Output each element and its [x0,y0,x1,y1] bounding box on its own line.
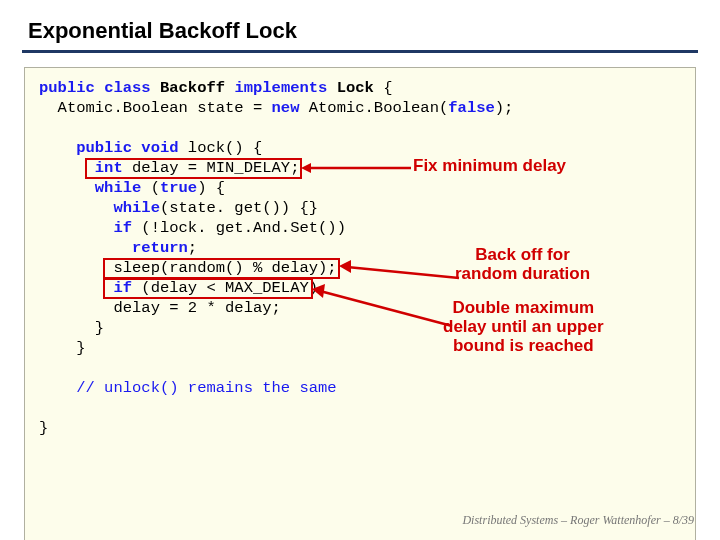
kw-class: class [104,79,151,97]
annotation-fix-min: Fix minimum delay [413,156,566,175]
title-rule [22,50,698,53]
text: } [39,419,48,437]
code-block: public class Backoff implements Lock { A… [24,67,696,540]
lit-true: true [160,179,197,197]
highlight-sleep [103,258,340,279]
text: ); [495,99,514,117]
kw-while: while [95,179,142,197]
text: } [39,319,104,337]
kw-while2: while [113,199,160,217]
text: lock() { [179,139,263,157]
text: Atomic.Boolean( [299,99,448,117]
arrow-3 [312,286,462,346]
text: Atomic.Boolean state = [39,99,272,117]
svg-line-2 [347,267,459,278]
kw-public: public [76,139,132,157]
text: ( [141,179,160,197]
kw-new: new [272,99,300,117]
text: (state. get()) {} [160,199,318,217]
text: ) { [197,179,225,197]
comment: // unlock() remains the same [76,379,336,397]
slide-footer: Distributed Systems – Roger Wattenhofer … [462,513,694,528]
svg-marker-5 [312,284,325,298]
annotation-double: Double maximum delay until an upper boun… [443,298,604,355]
highlight-min-delay [85,158,302,179]
classname: Backoff [160,79,225,97]
kw-implements: implements [234,79,327,97]
annotation-backoff: Back off for random duration [455,245,590,283]
lit-false: false [448,99,495,117]
svg-marker-3 [339,260,351,273]
code-line-delay: delay = 2 * delay; [113,299,280,317]
iface: Lock [337,79,374,97]
kw-if: if [113,219,132,237]
text: ; [188,239,197,257]
kw-return: return [132,239,188,257]
kw-public: public [39,79,95,97]
highlight-max-delay [103,278,313,299]
text: (!lock. get.And.Set()) [132,219,346,237]
text: } [39,339,86,357]
kw-void: void [141,139,178,157]
svg-marker-1 [301,163,311,173]
text: { [374,79,393,97]
svg-line-4 [320,291,452,326]
arrow-1 [301,163,421,183]
slide-title: Exponential Backoff Lock [0,0,720,50]
